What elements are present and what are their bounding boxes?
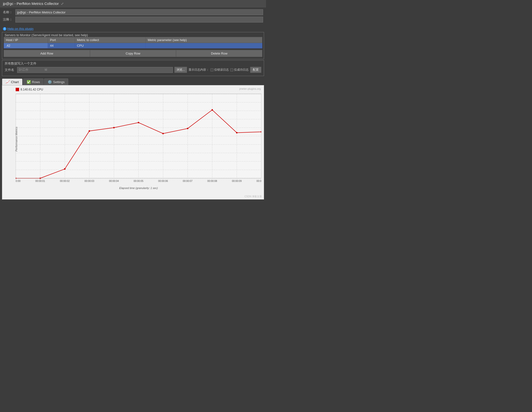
success-log-checkbox[interactable]: 仅成功日志 [230,68,249,72]
svg-text:00:00:00: 00:00:00 [16,180,21,182]
svg-point-47 [64,168,66,170]
form-section: 名称： 注释： [0,7,266,26]
legend-label: 8.140.61.42 CPU [21,88,43,91]
log-label: 显示日志内容： [188,68,209,72]
file-label: 文件名 [5,68,16,72]
name-row: 名称： [3,9,263,15]
svg-text:00:00:07: 00:00:07 [183,180,193,182]
col-host: Host / IP [4,37,48,43]
note-input[interactable] [15,17,263,22]
y-axis-label: Performance Metrics [15,127,18,151]
svg-point-51 [162,133,164,134]
tab-rows[interactable]: ✅ Rows [23,78,44,85]
window-title: jp@gc - PerfMon Metrics Collector [3,1,59,6]
top-bar: jp@gc - PerfMon Metrics Collector ⤢ [0,0,266,7]
help-text: Help on this plugin [7,27,33,31]
success-checkbox-box [230,68,233,71]
error-log-label: 仅错误日志 [214,68,229,72]
col-param: Metric parameter (see help) [146,37,262,43]
chart-tab-icon: 📈 [6,80,10,84]
chart-watermark: jmeter-plugins.org [239,87,261,90]
delete-row-button[interactable]: Delete Row [176,50,262,57]
name-input[interactable] [15,9,263,15]
copy-row-button[interactable]: Copy Row [90,50,176,57]
svg-text:00:00:08: 00:00:08 [207,180,217,182]
servers-table: Host / IP Port Metric to collect Metric … [4,37,262,48]
col-port: Port [48,37,75,43]
add-row-button[interactable]: Add Row [4,50,90,57]
cell-port[interactable]: 44 [48,43,75,48]
note-row: 注释： [3,17,263,22]
chart-legend: 8.140.61.42 CPU [16,88,261,91]
file-row: 文件名 浏览... 显示日志内容： 仅错误日志 仅成功日志 配置 [4,66,262,74]
note-label: 注释： [3,17,14,22]
error-log-checkbox[interactable]: 仅错误日志 [211,68,229,72]
servers-legend: Servers to Monitor (ServerAgent must be … [4,33,262,37]
svg-point-49 [113,127,115,128]
log-options: 显示日志内容： 仅错误日志 仅成功日志 配置 [188,67,261,73]
x-axis-label: Elapsed time (granularity: 1 sec) [16,187,261,189]
settings-tab-icon: ⚙️ [48,80,52,84]
tab-settings[interactable]: ⚙️ Settings [44,78,68,85]
svg-text:00:00:05: 00:00:05 [134,180,144,182]
tab-chart[interactable]: 📈 Chart [2,78,22,85]
chart-container: 8.140.61.42 CPU jmeter-plugins.org Perfo… [2,85,264,200]
error-checkbox-box [211,68,213,71]
chart-area: Performance Metrics 0246810121416182000:… [16,93,261,186]
svg-text:00:00:10: 00:00:10 [256,180,261,182]
svg-text:00:00:09: 00:00:09 [232,180,242,182]
chart-svg: 0246810121416182000:00:0000:00:0100:00:0… [16,93,261,186]
svg-point-54 [236,132,237,134]
file-path-input[interactable] [17,67,173,73]
table-row[interactable]: .42 44 CPU [4,43,262,48]
col-metric: Metric to collect [75,37,146,43]
svg-point-52 [187,128,188,129]
rows-tab-label: Rows [32,80,40,84]
settings-tab-label: Settings [53,80,65,84]
cell-metric[interactable]: CPU [75,43,146,48]
config-button[interactable]: 配置 [250,67,261,73]
success-log-label: 仅成功日志 [234,68,249,72]
tabs-bar: 📈 Chart ✅ Rows ⚙️ Settings [0,77,266,85]
svg-text:00:00:03: 00:00:03 [85,180,94,182]
help-icon: i [3,27,6,31]
chart-tab-label: Chart [11,80,19,84]
browse-button[interactable]: 浏览... [174,67,187,73]
cell-param[interactable] [146,43,262,48]
svg-text:00:00:06: 00:00:06 [158,180,168,182]
file-fieldset: 所有数据写入一个文件 文件名 浏览... 显示日志内容： 仅错误日志 仅成功日志… [2,60,264,76]
csdn-watermark: CSDN 博客文章 [244,195,262,198]
svg-text:00:00:01: 00:00:01 [35,180,45,182]
svg-point-50 [138,122,139,123]
legend-color-box [16,88,19,91]
svg-text:00:00:04: 00:00:04 [109,180,119,182]
servers-fieldset: Servers to Monitor (ServerAgent must be … [2,32,264,59]
rows-tab-icon: ✅ [27,80,31,84]
cell-host[interactable]: .42 [4,43,48,48]
file-legend: 所有数据写入一个文件 [4,61,262,66]
expand-icon[interactable]: ⤢ [61,2,64,6]
row-buttons: Add Row Copy Row Delete Row [4,50,262,57]
name-label: 名称： [3,10,14,14]
help-link[interactable]: i Help on this plugin [3,27,263,31]
svg-point-53 [211,109,213,111]
svg-text:00:00:02: 00:00:02 [60,180,70,182]
svg-point-48 [89,130,90,132]
